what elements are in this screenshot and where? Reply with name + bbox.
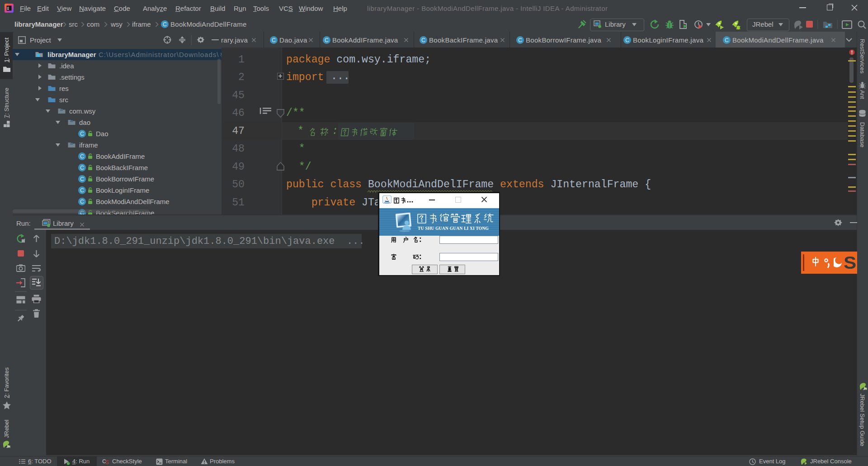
svg-text:C: C (80, 176, 84, 182)
svg-text:C: C (325, 37, 329, 43)
svg-text:C: C (80, 130, 84, 137)
svg-text:C: C (80, 153, 84, 159)
svg-text:S: S (844, 254, 856, 272)
svg-text:C: C (421, 37, 425, 43)
svg-text:S: S (105, 459, 109, 465)
svg-text:C: C (272, 37, 276, 43)
svg-text:C: C (80, 164, 84, 171)
svg-text:C: C (625, 37, 629, 43)
svg-text:JR: JR (863, 387, 867, 390)
svg-text:C: C (163, 21, 167, 28)
svg-text:JR: JR (6, 445, 10, 448)
svg-text:C: C (80, 187, 84, 193)
svg-text:C: C (518, 37, 522, 43)
svg-text:IJ: IJ (7, 6, 9, 9)
svg-text:C: C (725, 37, 729, 43)
svg-text:C: C (80, 198, 84, 204)
